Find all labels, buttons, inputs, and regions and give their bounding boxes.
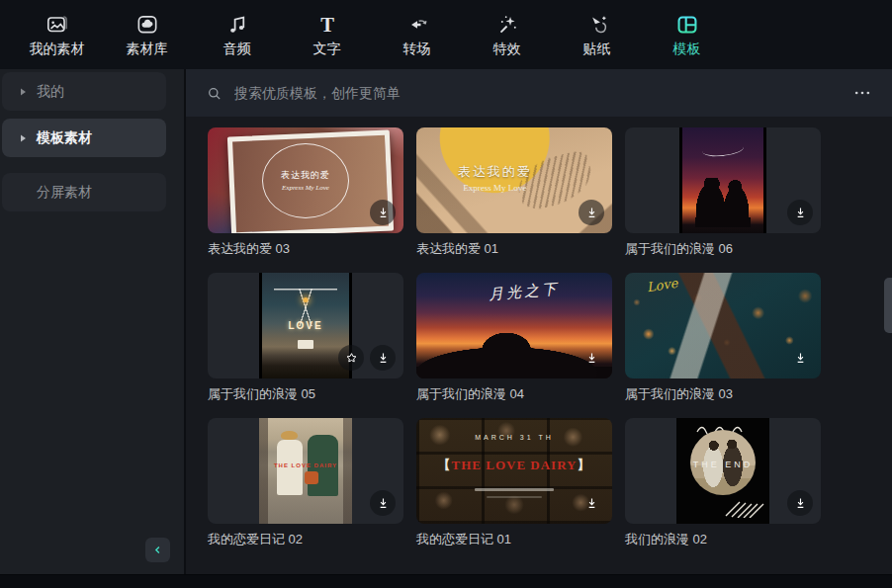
thumb-overlay-title: THE END [676,460,769,469]
download-button[interactable] [579,345,604,371]
nav-item-template[interactable]: 模板 [642,12,732,58]
template-title: 属于我们的浪漫 06 [625,240,821,258]
transition-icon [404,12,430,38]
download-button[interactable] [370,490,396,516]
nav-item-text[interactable]: T 文字 [282,12,372,58]
template-card[interactable]: THE LOVE DAIRY 我的恋爱日记 02 [208,418,403,548]
text-icon: T [314,12,340,38]
sidebar-item-template-material[interactable]: 模板素材 [2,119,166,157]
template-thumbnail[interactable] [625,127,821,233]
nav-label: 素材库 [127,41,168,58]
thumb-decor-hatch [724,496,767,518]
sidebar: 我的 模板素材 分屏素材 [0,69,184,574]
svg-text:T: T [320,14,334,36]
template-card[interactable]: THE END 我们的浪漫 02 [625,418,821,548]
sidebar-item-mine[interactable]: 我的 [2,72,166,111]
thumb-actions [579,345,604,371]
thumb-actions [787,345,813,371]
my-media-icon [45,12,70,38]
template-title: 表达我的爱 03 [208,240,403,258]
sidebar-item-splitscreen-material[interactable]: 分屏素材 [2,173,166,211]
template-card[interactable]: 月光之下 属于我们的浪漫 04 [416,273,612,403]
sidebar-item-label: 模板素材 [37,129,92,147]
thumb-overlay-title: LOVE [259,320,352,331]
template-card[interactable]: Love 属于我们的浪漫 03 [625,273,821,403]
nav-item-audio[interactable]: 音频 [192,12,282,58]
thumb-overlay-title: 【THE LOVE DAIRY】 [416,457,612,474]
download-button[interactable] [370,200,396,225]
thumb-portrait-strip: THE LOVE DAIRY [259,418,352,524]
template-thumbnail[interactable]: LOVE [208,273,403,378]
thumb-actions [370,200,396,225]
download-icon [792,350,809,367]
template-icon [674,12,700,38]
download-icon [375,350,392,367]
thumb-overlay-title: 表达我的爱 [416,163,573,181]
video-editor-template-panel: 我的素材 素材库 音频 T [0,0,892,588]
nav-label: 特效 [493,41,521,58]
thumb-actions [370,490,396,516]
nav-label: 转场 [403,41,431,58]
nav-item-transition[interactable]: 转场 [372,12,462,58]
thumb-decor-bag [305,471,318,484]
download-button[interactable] [787,200,813,225]
download-icon [583,205,600,221]
sticker-icon [584,12,610,38]
search-icon [206,85,223,102]
collapse-sidebar-button[interactable] [145,538,170,562]
nav-item-sticker[interactable]: 贴纸 [552,12,642,58]
template-card[interactable]: 表达我的爱 Express My Love 表达我的爱 03 [208,127,403,258]
template-card[interactable]: 表达我的爱 Express My Love 表达我的爱 01 [416,127,612,258]
search-bar [186,69,892,117]
thumb-overlay-title-text: THE LOVE DAIRY [452,458,578,472]
search-input[interactable] [232,84,843,102]
thumb-decor-wreath: 表达我的爱 Express My Love [262,143,349,218]
template-thumbnail[interactable]: THE END [625,418,821,524]
template-title: 属于我们的浪漫 05 [208,385,403,403]
thumb-overlay: 表达我的爱 Express My Love [416,163,573,193]
template-thumbnail[interactable]: THE LOVE DAIRY [208,418,403,524]
audio-icon [224,12,250,38]
download-button[interactable] [579,490,604,516]
bottom-divider-band [0,574,892,588]
template-thumbnail[interactable]: 表达我的爱 Express My Love [416,127,612,233]
template-title: 我们的浪漫 02 [625,531,821,548]
nav-item-effects[interactable]: 特效 [462,12,552,58]
thumb-overlay-title: THE LOVE DAIRY [259,462,352,468]
download-icon [375,205,392,221]
template-thumbnail[interactable]: 月光之下 [416,273,612,378]
nav-label: 贴纸 [583,41,611,58]
template-thumbnail[interactable]: Love [625,273,821,378]
template-card[interactable]: 属于我们的浪漫 06 [625,127,821,258]
thumb-decor-couple-silhouette [695,178,751,227]
nav-item-my-media[interactable]: 我的素材 [12,12,102,58]
download-button[interactable] [787,490,813,516]
download-button[interactable] [370,345,396,371]
thumb-decor-table [298,340,313,349]
more-options-button[interactable] [852,83,872,103]
template-card[interactable]: LOVE 属于我们的浪漫 05 [208,273,403,403]
thumb-overlay-title: 月光之下 [489,280,561,304]
vertical-scrollbar-thumb[interactable] [884,278,892,333]
template-title: 属于我们的浪漫 03 [625,385,821,403]
template-thumbnail[interactable]: MARCH 31 TH 【THE LOVE DAIRY】 [416,418,612,524]
thumb-decor-caption [487,496,541,498]
template-thumbnail[interactable]: 表达我的爱 Express My Love [208,127,403,233]
caret-right-icon [18,133,28,143]
template-title: 表达我的爱 01 [416,240,612,258]
thumb-overlay-subtitle: MARCH 31 TH [416,434,612,441]
thumb-decor-lamp [304,297,309,302]
download-button[interactable] [787,345,813,371]
bracket-right: 】 [577,458,590,472]
nav-item-media-library[interactable]: 素材库 [102,12,192,58]
thumb-actions [579,200,604,225]
thumb-actions [787,200,813,225]
top-navigation: 我的素材 素材库 音频 T [0,0,892,69]
thumb-actions [579,490,604,516]
nav-label: 我的素材 [30,41,85,58]
effects-icon [494,12,520,38]
favorite-button[interactable] [338,345,364,371]
download-button[interactable] [579,200,604,225]
template-card[interactable]: MARCH 31 TH 【THE LOVE DAIRY】 我的恋爱日记 01 [416,418,612,548]
nav-label: 模板 [673,41,701,58]
